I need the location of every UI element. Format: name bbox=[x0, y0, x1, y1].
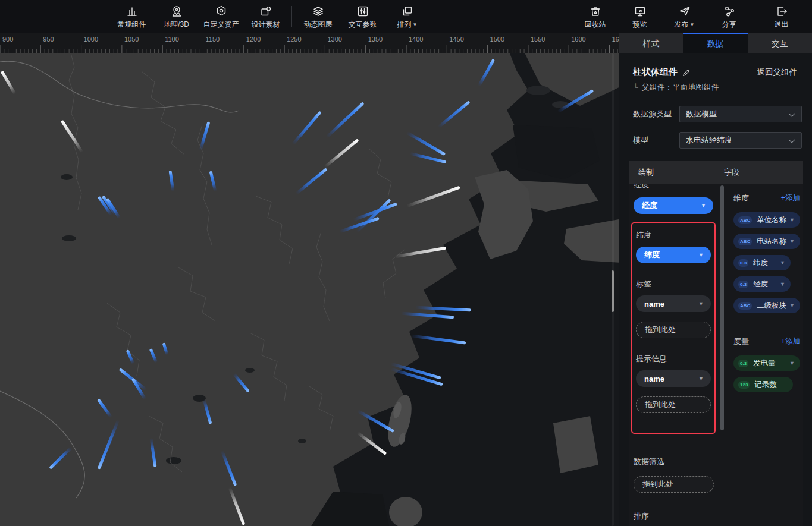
toolbar-button-label: 设计素材 bbox=[252, 20, 280, 30]
add-measure-button[interactable]: +添加 bbox=[781, 336, 800, 347]
toolbar-button-dynamic-layers[interactable]: 动态图层 bbox=[296, 0, 340, 33]
dimension-chip[interactable]: ABC电站名称▼ bbox=[733, 234, 800, 249]
back-to-parent-link[interactable]: 返回父组件 bbox=[757, 67, 798, 78]
caret-down-icon: ▼ bbox=[789, 217, 795, 223]
stage: 9009501000105011001150120012501300135014… bbox=[0, 33, 619, 526]
tab-交互[interactable]: 交互 bbox=[748, 33, 812, 53]
caret-down-icon: ▼ bbox=[780, 260, 785, 266]
draw-column-scrollbar[interactable] bbox=[718, 184, 726, 526]
svg-text:1350: 1350 bbox=[368, 36, 383, 43]
tab-field[interactable]: 字段 bbox=[724, 167, 739, 178]
component-title: 柱状体组件 bbox=[633, 67, 678, 78]
toolbar-button-exit[interactable]: 退出 bbox=[759, 0, 804, 33]
workspace: 9009501000105011001150120012501300135014… bbox=[0, 33, 812, 526]
svg-text:1150: 1150 bbox=[206, 36, 220, 43]
svg-text:1250: 1250 bbox=[287, 36, 301, 43]
trash-icon bbox=[589, 4, 602, 18]
caret-down-icon: ▼ bbox=[690, 22, 695, 27]
svg-text:1200: 1200 bbox=[246, 36, 261, 43]
tag-field-pill[interactable]: name▼ bbox=[636, 295, 711, 312]
longitude-field-pill[interactable]: 经度▼ bbox=[634, 197, 713, 214]
measure-chips: 0.3发电量▼123记录数 bbox=[733, 355, 800, 392]
toolbar-button-geo-3d[interactable]: 地理/3D bbox=[154, 0, 199, 33]
drag-here-text: 拖到此处 bbox=[645, 325, 676, 335]
caret-down-icon: ▼ bbox=[789, 303, 795, 308]
toolbar-button-preview[interactable]: 预览 bbox=[617, 0, 662, 33]
toolbar-button-arrange[interactable]: 排列▼ bbox=[385, 0, 429, 33]
tab-样式[interactable]: 样式 bbox=[619, 33, 683, 53]
field-type-badge: 0.3 bbox=[738, 281, 748, 288]
field-type-badge: ABC bbox=[738, 238, 752, 245]
toolbar-left-group: 常规组件地理/3D自定义资产设计素材动态图层交互参数排列▼ bbox=[109, 0, 429, 33]
highlight-red-box: 纬度 纬度▼ 标签 name▼ 拖到此处 bbox=[631, 222, 716, 434]
model-select[interactable]: 水电站经纬度 bbox=[679, 132, 802, 149]
svg-text:1450: 1450 bbox=[449, 36, 463, 43]
field-type-badge: ABC bbox=[738, 302, 752, 310]
shape-icon bbox=[259, 4, 272, 18]
toolbar-button-interaction-params[interactable]: 交互参数 bbox=[340, 0, 385, 33]
toolbar-button-publish[interactable]: 发布▼ bbox=[662, 0, 707, 33]
map-pin-icon bbox=[170, 4, 183, 18]
latitude-label: 纬度 bbox=[636, 230, 711, 239]
toolbar-button-recycle-bin[interactable]: 回收站 bbox=[573, 0, 617, 33]
toolbar-button-design-materials[interactable]: 设计素材 bbox=[243, 0, 288, 33]
toolbar-button-label: 回收站 bbox=[585, 20, 606, 30]
measure-chip[interactable]: 0.3发电量▼ bbox=[733, 355, 800, 371]
toolbar-button-label: 预览 bbox=[633, 20, 647, 30]
dimension-chip[interactable]: ABC二级板块▼ bbox=[733, 298, 800, 313]
tooltip-field-pill[interactable]: name▼ bbox=[636, 370, 711, 387]
tooltip-label: 提示信息 bbox=[636, 354, 711, 363]
toolbar-button-components[interactable]: 常规组件 bbox=[109, 0, 154, 33]
china-map bbox=[0, 53, 619, 526]
dimension-chip[interactable]: 0.3纬度▼ bbox=[733, 255, 791, 270]
filter-drop-target[interactable]: 拖到此处 bbox=[634, 476, 714, 493]
caret-down-icon: ▼ bbox=[413, 22, 418, 27]
toolbar-button-label: 自定义资产 bbox=[203, 20, 239, 30]
toolbar-button-label: 退出 bbox=[775, 20, 789, 30]
toolbar-button-custom-assets[interactable]: 自定义资产 bbox=[199, 0, 243, 33]
draw-column-scrollbar-thumb[interactable] bbox=[720, 185, 724, 430]
caret-down-icon: ▼ bbox=[701, 203, 706, 209]
model-value: 水电站经纬度 bbox=[686, 135, 732, 146]
latitude-field-pill[interactable]: 纬度▼ bbox=[636, 247, 711, 263]
horizontal-ruler: 9009501000105011001150120012501300135014… bbox=[0, 33, 619, 53]
tab-数据[interactable]: 数据 bbox=[683, 33, 747, 53]
measures-label: 度量 bbox=[733, 336, 749, 347]
svg-text:1500: 1500 bbox=[490, 36, 504, 43]
canvas-scrollbar-thumb[interactable] bbox=[612, 270, 614, 312]
toolbar-divider bbox=[291, 6, 292, 27]
tree-branch-icon: └ bbox=[633, 83, 638, 92]
sliders-icon bbox=[356, 4, 369, 18]
dimension-chip[interactable]: 0.3经度▼ bbox=[733, 276, 791, 292]
field-type-badge: 0.3 bbox=[738, 259, 748, 267]
top-toolbar: 常规组件地理/3D自定义资产设计素材动态图层交互参数排列▼ 回收站预览发布▼分享… bbox=[0, 0, 812, 33]
hexagon-icon bbox=[215, 4, 228, 18]
svg-text:1100: 1100 bbox=[165, 36, 179, 43]
add-dimension-button[interactable]: +添加 bbox=[781, 193, 800, 203]
draw-column: 经度 经度▼ 纬度 纬度▼ 标签 nam bbox=[629, 184, 718, 526]
app-root: 常规组件地理/3D自定义资产设计素材动态图层交互参数排列▼ 回收站预览发布▼分享… bbox=[0, 0, 812, 526]
screen-icon bbox=[634, 4, 647, 18]
model-label: 模型 bbox=[633, 135, 679, 146]
tooltip-drop-target[interactable]: 拖到此处 bbox=[636, 396, 711, 413]
tab-draw[interactable]: 绘制 bbox=[629, 167, 724, 178]
field-type-badge: 0.3 bbox=[738, 360, 748, 367]
caret-down-icon: ▼ bbox=[698, 252, 704, 258]
chevron-down-icon bbox=[788, 110, 795, 119]
tag-drop-target[interactable]: 拖到此处 bbox=[636, 322, 711, 338]
toolbar-button-label: 常规组件 bbox=[118, 20, 146, 30]
svg-text:950: 950 bbox=[43, 36, 54, 43]
dimension-chip[interactable]: ABC单位名称▼ bbox=[733, 212, 800, 228]
toolbar-button-share[interactable]: 分享 bbox=[707, 0, 751, 33]
settings-panel: 样式数据交互 柱状体组件 返回父组件 └父组件：平面地图组件 数据源类型 数据模… bbox=[619, 33, 812, 526]
data-mapping-box: 绘制 字段 经度 经度▼ 纬度 纬度▼ bbox=[629, 161, 803, 526]
field-chip-label: 单位名称 bbox=[757, 215, 786, 225]
svg-text:1000: 1000 bbox=[84, 36, 98, 43]
edit-title-icon[interactable] bbox=[682, 68, 691, 77]
measure-chip[interactable]: 123记录数 bbox=[733, 377, 793, 392]
map-canvas[interactable] bbox=[0, 53, 619, 526]
dimension-chips: ABC单位名称▼ABC电站名称▼0.3纬度▼0.3经度▼ABC二级板块▼ bbox=[733, 212, 800, 313]
field-chip-label: 纬度 bbox=[753, 258, 768, 268]
datasource-type-select[interactable]: 数据模型 bbox=[679, 106, 802, 122]
caret-down-icon: ▼ bbox=[789, 360, 795, 366]
